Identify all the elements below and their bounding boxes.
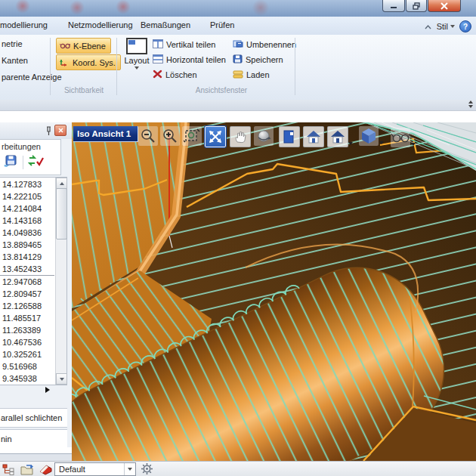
expand-arrow-icon[interactable] bbox=[45, 387, 50, 393]
close-button[interactable] bbox=[428, 0, 461, 12]
coordinate-system-icon bbox=[60, 57, 70, 68]
list-item[interactable]: 11.485517 bbox=[0, 312, 54, 324]
horizontal-teilen-label: Horizontal teilen bbox=[166, 55, 226, 64]
list-item[interactable]: 12.947068 bbox=[0, 275, 54, 288]
scroll-down-icon[interactable] bbox=[56, 373, 67, 385]
profile-combobox[interactable]: Default bbox=[54, 462, 136, 476]
scroll-spinner[interactable] bbox=[468, 100, 473, 108]
save-toolpath-icon[interactable] bbox=[3, 154, 18, 171]
cube-views-dropdown[interactable] bbox=[359, 126, 379, 146]
apply-check-icon[interactable] bbox=[28, 154, 45, 171]
ribbon-item-kanten[interactable]: Kanten bbox=[2, 56, 28, 65]
home-views-dropdown[interactable] bbox=[327, 126, 348, 147]
list-item[interactable]: 10.467536 bbox=[0, 336, 54, 348]
k-ebene-label: K-Ebene bbox=[73, 42, 106, 51]
umbenennen-button[interactable]: Umbenennen bbox=[233, 39, 296, 50]
rotate-view-button[interactable] bbox=[254, 126, 274, 146]
ribbon-separator bbox=[295, 38, 295, 95]
scrollbar-thumb[interactable] bbox=[56, 188, 67, 240]
chevron-down-icon bbox=[411, 143, 416, 146]
tab-modellierung[interactable]: modellierung bbox=[0, 20, 48, 29]
rename-icon bbox=[233, 39, 243, 50]
window-controls bbox=[382, 0, 461, 12]
fit-view-button[interactable] bbox=[205, 126, 226, 147]
style-menu[interactable]: Stil bbox=[437, 22, 455, 31]
speichern-label: Speichern bbox=[246, 55, 283, 64]
loeschen-button[interactable]: Löschen bbox=[153, 70, 197, 80]
panel-bottom bbox=[0, 447, 72, 454]
tab-bemassungen[interactable]: Bemaßungen bbox=[141, 20, 190, 29]
panel-title: rbeitungen bbox=[2, 142, 41, 151]
zoom-out-button[interactable] bbox=[138, 126, 158, 146]
scene-canvas bbox=[72, 122, 476, 461]
list-item[interactable]: 14.127833 bbox=[0, 178, 54, 190]
loeschen-label: Löschen bbox=[165, 70, 197, 79]
list-item[interactable]: 14.049836 bbox=[0, 227, 54, 239]
machining-panel: rbeitungen 14.12783314.22210514.21408414… bbox=[0, 122, 73, 453]
laden-button[interactable]: Laden bbox=[233, 70, 270, 80]
window-titlebar[interactable] bbox=[0, 0, 476, 17]
koord-sys-label: Koord. Sys. bbox=[73, 58, 116, 67]
viewport-panel-button[interactable] bbox=[279, 126, 300, 147]
scroll-up-icon[interactable] bbox=[56, 178, 67, 189]
section-min[interactable]: nin bbox=[0, 429, 67, 449]
value-rows: 14.12783314.22210514.21408414.14316814.0… bbox=[0, 178, 54, 385]
zoom-in-button[interactable] bbox=[160, 126, 180, 146]
viewport-title[interactable]: Iso Ansicht 1 bbox=[73, 126, 138, 142]
restore-button[interactable] bbox=[406, 0, 427, 12]
visibility-glasses-dropdown[interactable] bbox=[391, 128, 410, 147]
list-item[interactable]: 14.214084 bbox=[0, 202, 54, 215]
main-area: rbeitungen 14.12783314.22210514.21408414… bbox=[0, 122, 476, 461]
combobox-dropdown-button[interactable] bbox=[124, 463, 135, 475]
pin-icon[interactable] bbox=[45, 125, 52, 139]
ribbon: netrie Kanten parente Anzeige K-Ebene Ko… bbox=[0, 35, 476, 100]
viewport-3d[interactable]: Iso Ansicht 1 bbox=[72, 122, 476, 461]
koord-sys-toggle[interactable]: Koord. Sys. bbox=[56, 54, 121, 70]
list-item[interactable]: 12.809457 bbox=[0, 288, 54, 300]
list-item[interactable]: 13.889465 bbox=[0, 239, 54, 251]
material-shape-icon[interactable] bbox=[39, 464, 53, 476]
help-button[interactable]: ? bbox=[459, 20, 471, 32]
chevron-down-icon bbox=[348, 142, 353, 145]
properties-icon[interactable] bbox=[20, 464, 33, 476]
pan-hand-button[interactable] bbox=[230, 126, 251, 147]
list-item[interactable]: 13.452433 bbox=[0, 263, 54, 275]
panel-close-button[interactable] bbox=[54, 125, 66, 136]
tab-netzmodellierung[interactable]: Netzmodellierung bbox=[68, 20, 133, 29]
ribbon-item-transparente-anzeige[interactable]: parente Anzeige bbox=[2, 73, 62, 82]
application-window: modellierung Netzmodellierung Bemaßungen… bbox=[0, 0, 476, 476]
vertikal-teilen-button[interactable]: Vertikal teilen bbox=[153, 39, 215, 50]
minimize-button[interactable] bbox=[382, 0, 405, 12]
list-item[interactable]: 12.126588 bbox=[0, 300, 54, 312]
list-item[interactable]: 10.325261 bbox=[0, 348, 54, 360]
list-item[interactable]: 13.814129 bbox=[0, 251, 54, 263]
value-list: 14.12783314.22210514.21408414.14316814.0… bbox=[0, 177, 67, 385]
speichern-button[interactable]: Speichern bbox=[233, 54, 283, 65]
k-ebene-toggle[interactable]: K-Ebene bbox=[56, 38, 111, 54]
list-item[interactable]: 9.516968 bbox=[0, 360, 54, 372]
chevron-down-icon bbox=[134, 66, 139, 70]
ribbon-separator bbox=[116, 38, 117, 95]
collapse-ribbon-icon[interactable] bbox=[424, 20, 432, 33]
layout-icon bbox=[126, 38, 147, 54]
gear-icon[interactable] bbox=[141, 462, 153, 476]
home-view-button[interactable] bbox=[303, 126, 324, 147]
list-item[interactable]: 11.263389 bbox=[0, 324, 54, 336]
layout-button[interactable]: Layout bbox=[122, 38, 151, 83]
list-item[interactable]: 9.345938 bbox=[0, 372, 54, 385]
chevron-down-icon bbox=[128, 468, 132, 471]
browser-tree-icon[interactable] bbox=[2, 463, 15, 476]
save-disk-icon bbox=[233, 54, 243, 65]
profile-value: Default bbox=[55, 465, 124, 474]
scrollbar[interactable] bbox=[55, 178, 66, 385]
list-item[interactable]: 14.143168 bbox=[0, 215, 54, 227]
tab-pruefen[interactable]: Prüfen bbox=[210, 20, 234, 29]
chevron-down-icon bbox=[450, 25, 455, 28]
section-parallel-schlichten[interactable]: arallel schlichten bbox=[0, 408, 67, 428]
ribbon-item-geometrie[interactable]: netrie bbox=[2, 39, 23, 48]
list-item[interactable]: 14.222105 bbox=[0, 190, 54, 202]
horizontal-teilen-button[interactable]: Horizontal teilen bbox=[153, 54, 226, 65]
zoom-window-button[interactable] bbox=[182, 126, 202, 146]
statusbar: Default bbox=[0, 461, 476, 476]
menubar: modellierung Netzmodellierung Bemaßungen… bbox=[0, 17, 476, 36]
